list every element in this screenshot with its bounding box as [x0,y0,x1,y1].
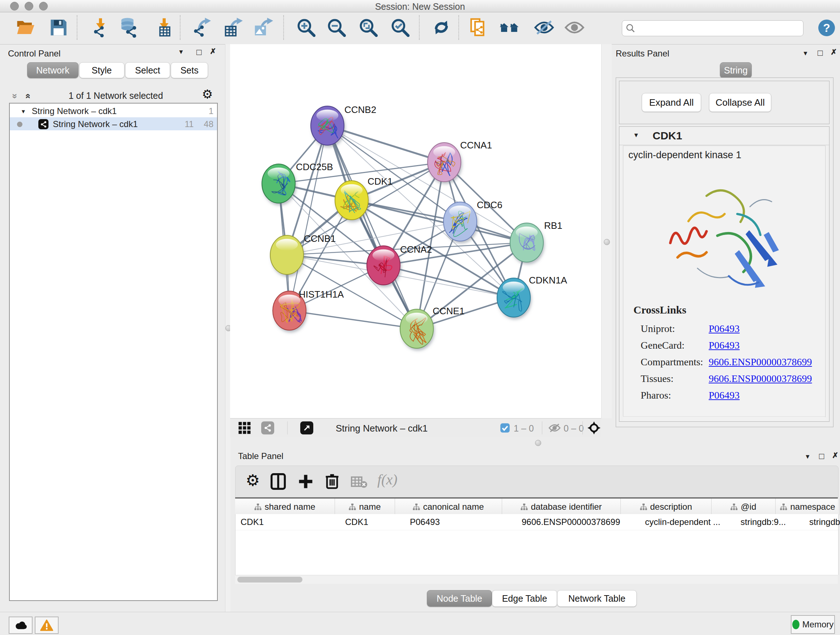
column-header-canonicalname[interactable]: canonical name [395,499,502,515]
tab-node-table[interactable]: Node Table [427,590,492,607]
table-row[interactable]: CDK1CDK1P064939606.ENSP00000378699cyclin… [235,514,838,530]
column-header-namespace[interactable]: namespace [775,499,840,515]
column-header-id[interactable]: @id [712,499,775,515]
network-row-selected[interactable]: String Network – cdk1 11 48 [10,117,217,130]
tree-expand-icon[interactable]: ▼ [21,108,26,114]
edge-HIST1H1A-CCNE1[interactable] [289,310,417,329]
zoom-selected-button[interactable] [388,16,412,39]
import-network-database-button[interactable] [117,16,141,39]
node-CCNB2[interactable] [311,106,344,145]
table-cell[interactable]: stringdb [804,514,840,530]
node-CDKN1A[interactable] [497,278,531,317]
control-panel-float-icon[interactable]: □ [196,47,202,57]
zoom-out-button[interactable] [325,16,348,39]
show-hidden-button[interactable] [563,16,586,39]
import-network-file-button[interactable] [88,16,111,39]
results-panel-close-icon[interactable]: ✗ [831,48,837,57]
node-CCNA1[interactable] [428,143,461,182]
results-panel-float-icon[interactable]: □ [818,48,823,58]
cloud-button[interactable] [9,616,33,634]
node-CDC6[interactable] [444,202,477,241]
collapse-all-button[interactable]: Collapse All [709,93,771,112]
edge-CCNB2-HIST1H1A[interactable] [289,126,327,310]
tab-sets[interactable]: Sets [171,62,208,78]
export-image-button[interactable] [252,16,275,39]
table-cell[interactable]: cyclin-dependent ... [640,514,736,530]
crosslink-link[interactable]: 9606.ENSP00000378699 [709,356,812,368]
open-session-button[interactable] [14,16,37,39]
table-hscrollbar[interactable] [235,575,838,584]
right-splitter[interactable] [601,44,612,418]
protein-section-header[interactable]: ▼ CDK1 [619,127,829,145]
bottom-splitter-handle[interactable] [535,440,541,446]
gear-icon[interactable]: ⚙ [202,87,213,101]
detach-view-icon[interactable] [300,421,313,434]
grid-mode-icon[interactable] [238,421,251,436]
zoom-in-button[interactable] [294,16,317,39]
node-CDC25B[interactable] [262,164,295,203]
table-panel-close-icon[interactable]: ✗ [832,451,838,460]
expand-all-button[interactable]: Expand All [642,93,701,112]
crosslink-link[interactable]: 9606.ENSP00000378699 [709,373,812,385]
table-panel-float-icon[interactable]: □ [819,451,824,461]
right-splitter-handle[interactable] [604,239,610,245]
memory-button[interactable]: Memory [791,615,835,634]
network-view-mode-icon[interactable] [261,421,274,434]
network-canvas[interactable]: CCNB2CCNA1CDC25BCDK1CDC6RB1CCNB1CCNA2CDK… [230,44,601,418]
show-columns-icon[interactable] [270,473,286,491]
control-panel-collapse-icon[interactable]: ▼ [178,49,184,56]
node-CDK1[interactable] [335,181,368,220]
save-session-button[interactable] [47,16,70,39]
column-header-description[interactable]: description [621,499,712,515]
zoom-fit-button[interactable] [357,16,380,39]
tab-string[interactable]: String [720,62,752,78]
bottom-splitter[interactable] [230,437,840,449]
crosslink-link[interactable]: P06493 [709,323,740,334]
help-button[interactable]: ? [818,19,835,36]
node-CCNB1[interactable] [270,235,303,274]
search-box[interactable] [622,20,804,36]
results-scrollbar[interactable] [623,416,825,421]
column-header-name[interactable]: name [335,499,395,515]
tab-style[interactable]: Style [79,62,125,78]
expand-all-chevron-icon[interactable]: » [22,93,33,98]
show-all-button[interactable] [498,16,521,39]
network-graph[interactable]: CCNB2CCNA1CDC25BCDK1CDC6RB1CCNB1CCNA2CDK… [230,44,601,418]
node-CCNE1[interactable] [400,309,433,348]
delete-column-trash-icon[interactable] [325,472,340,491]
table-panel-collapse-icon[interactable]: ▼ [805,453,811,461]
crosslink-link[interactable]: P06493 [709,390,740,401]
add-column-icon[interactable] [298,473,314,491]
node-CCNA2[interactable] [367,246,400,285]
hide-selected-button[interactable] [532,16,556,39]
refresh-layout-button[interactable] [430,16,453,39]
export-table-button[interactable] [221,16,245,39]
search-input[interactable] [638,23,791,34]
table-settings-gear-icon[interactable]: ⚙ [246,471,260,489]
table-cell[interactable]: stringdb:9... [736,514,804,530]
node-RB1[interactable] [510,223,543,262]
left-splitter[interactable] [225,44,231,612]
column-header-databaseidentifier[interactable]: database identifier [502,499,621,515]
clone-network-button[interactable] [467,16,491,39]
crosslink-link[interactable]: P06493 [709,340,740,351]
warnings-button[interactable] [35,616,58,634]
edge-CCNB2-CCNA1[interactable] [327,126,444,162]
column-header-sharedname[interactable]: shared name [235,499,335,515]
table-cell[interactable]: P06493 [405,514,516,530]
section-collapse-icon[interactable]: ▼ [633,132,639,139]
export-network-button[interactable] [189,16,213,39]
table-cell[interactable]: 9606.ENSP00000378699 [516,514,640,530]
import-table-file-button[interactable] [152,16,175,39]
birdseye-toggle-icon[interactable] [587,421,600,436]
table-hscrollbar-thumb[interactable] [237,577,302,583]
table-cell[interactable]: CDK1 [340,514,405,530]
table-cell[interactable]: CDK1 [235,514,340,530]
control-panel-close-icon[interactable]: ✗ [210,47,216,56]
tab-network[interactable]: Network [27,62,79,78]
tab-select[interactable]: Select [125,62,171,78]
collapse-all-chevron-icon[interactable]: » [9,93,21,98]
results-panel-collapse-icon[interactable]: ▼ [802,50,808,57]
tab-edge-table[interactable]: Edge Table [492,590,557,607]
network-collection-row[interactable]: ▼ String Network – cdk1 1 [10,103,217,117]
